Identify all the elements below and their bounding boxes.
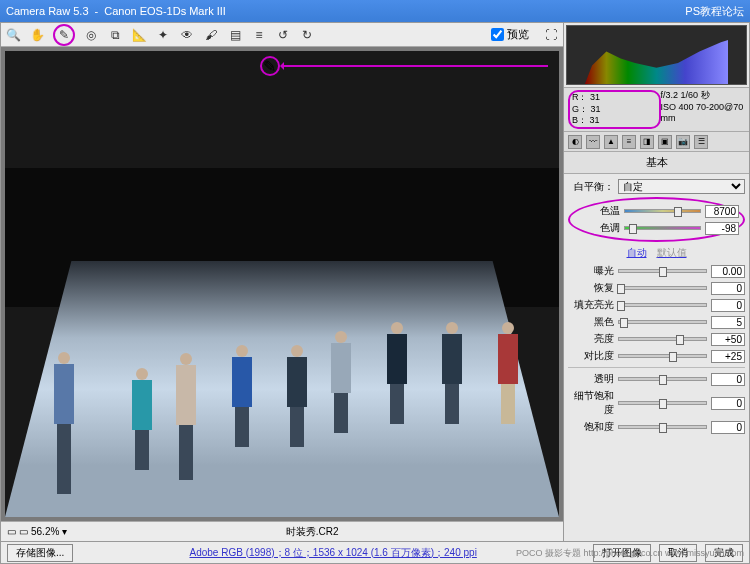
tab-hsl-icon[interactable]: ≡ (622, 135, 636, 149)
tab-basic-icon[interactable]: ◐ (568, 135, 582, 149)
status-bar: ▭ ▭ 56.2% ▾ 时装秀.CR2 (1, 521, 563, 541)
adjustment-brush-icon[interactable]: 🖌 (203, 27, 219, 43)
prefs-icon[interactable]: ≡ (251, 27, 267, 43)
preview-checkbox[interactable]: 预览 (491, 27, 529, 42)
exposure-input[interactable] (711, 265, 745, 278)
save-button[interactable]: 存储图像... (7, 544, 73, 562)
tab-curve-icon[interactable]: 〰 (586, 135, 600, 149)
rotate-ccw-icon[interactable]: ↺ (275, 27, 291, 43)
zoom-tool-icon[interactable]: 🔍 (5, 27, 21, 43)
color-sampler-icon[interactable]: ◎ (83, 27, 99, 43)
contrast-input[interactable] (711, 350, 745, 363)
temp-label: 色温 (574, 204, 620, 218)
image-canvas-wrap: ✎ (1, 47, 563, 521)
temp-slider[interactable] (624, 209, 701, 213)
graduated-filter-icon[interactable]: ▤ (227, 27, 243, 43)
top-toolbar: 🔍 ✋ ✎ ◎ ⧉ 📐 ✦ 👁 🖌 ▤ ≡ ↺ ↻ 预览 ⛶ (1, 23, 563, 47)
fullscreen-icon[interactable]: ⛶ (543, 27, 559, 43)
r-value: R： 31 (572, 92, 657, 104)
annotation-arrow (282, 65, 548, 67)
filename-label: 时装秀.CR2 (67, 525, 557, 539)
rotate-cw-icon[interactable]: ↻ (299, 27, 315, 43)
black-input[interactable] (711, 316, 745, 329)
panel-tabs: ◐ 〰 ▲ ≡ ◨ ▣ 📷 ☰ (564, 132, 749, 152)
image-preview[interactable]: ✎ (5, 51, 559, 517)
sat-slider[interactable] (618, 425, 707, 429)
zoom-value[interactable]: 56.2% (31, 526, 59, 537)
tint-input[interactable] (705, 222, 739, 235)
tab-detail-icon[interactable]: ▲ (604, 135, 618, 149)
workflow-link[interactable]: Adobe RGB (1998)；8 位；1536 x 1024 (1.6 百万… (81, 546, 585, 560)
default-link[interactable]: 默认值 (657, 247, 687, 258)
recovery-slider[interactable] (618, 286, 707, 290)
wb-label: 白平衡： (568, 180, 614, 194)
camera-model: Canon EOS-1Ds Mark III (104, 5, 226, 17)
auto-link[interactable]: 自动 (627, 247, 647, 258)
info-readout: R： 31 G： 31 B： 31 f/3.2 1/60 秒 ISO 400 7… (564, 87, 749, 132)
watermark: POCO 摄影专题 http://photo.poco.cn www.missy… (516, 547, 744, 560)
rgb-readout-highlight: R： 31 G： 31 B： 31 (568, 90, 661, 129)
black-slider[interactable] (618, 320, 707, 324)
tab-presets-icon[interactable]: ☰ (694, 135, 708, 149)
bright-input[interactable] (711, 333, 745, 346)
badge-title: PS教程论坛 (685, 5, 744, 17)
zoom-minus-icon[interactable]: ▭ (7, 526, 16, 537)
tab-lens-icon[interactable]: ▣ (658, 135, 672, 149)
tint-label: 色调 (574, 221, 620, 235)
contrast-slider[interactable] (618, 354, 707, 358)
title-bar: Camera Raw 5.3 - Canon EOS-1Ds Mark III … (0, 0, 750, 22)
tab-camera-icon[interactable]: 📷 (676, 135, 690, 149)
exposure-slider[interactable] (618, 269, 707, 273)
redeye-tool-icon[interactable]: 👁 (179, 27, 195, 43)
recovery-input[interactable] (711, 282, 745, 295)
hand-tool-icon[interactable]: ✋ (29, 27, 45, 43)
clarity-slider[interactable] (618, 377, 707, 381)
straighten-tool-icon[interactable]: 📐 (131, 27, 147, 43)
tab-split-icon[interactable]: ◨ (640, 135, 654, 149)
vibrance-input[interactable] (711, 397, 745, 410)
app-title: Camera Raw 5.3 (6, 5, 89, 17)
bright-slider[interactable] (618, 337, 707, 341)
fill-slider[interactable] (618, 303, 707, 307)
spot-removal-icon[interactable]: ✦ (155, 27, 171, 43)
panel-title: 基本 (564, 152, 749, 174)
basic-panel: 白平衡： 自定 色温 色调 自动默认值 曝光 恢复 填充亮光 黑色 (564, 174, 749, 541)
vibrance-slider[interactable] (618, 401, 707, 405)
wb-select[interactable]: 自定 (618, 179, 745, 194)
white-balance-tool-icon[interactable]: ✎ (56, 27, 72, 43)
temp-input[interactable] (705, 205, 739, 218)
white-balance-tool-highlight: ✎ (53, 24, 75, 46)
b-value: B： 31 (572, 115, 657, 127)
histogram[interactable] (566, 25, 747, 85)
temp-tint-highlight: 色温 色调 (568, 197, 745, 242)
zoom-plus-icon[interactable]: ▭ (19, 526, 28, 537)
tint-slider[interactable] (624, 226, 701, 230)
crop-tool-icon[interactable]: ⧉ (107, 27, 123, 43)
sat-input[interactable] (711, 421, 745, 434)
g-value: G： 31 (572, 104, 657, 116)
preview-check-input[interactable] (491, 28, 504, 41)
clarity-input[interactable] (711, 373, 745, 386)
fill-input[interactable] (711, 299, 745, 312)
